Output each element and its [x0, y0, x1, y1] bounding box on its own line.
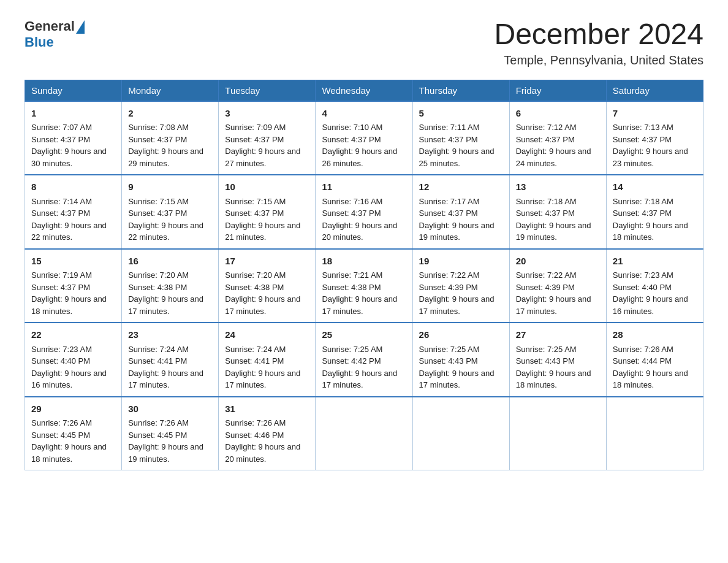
day-number: 30 [128, 402, 212, 416]
day-info: Sunrise: 7:20 AMSunset: 4:38 PMDaylight:… [225, 270, 300, 316]
day-cell-8: 8Sunrise: 7:14 AMSunset: 4:37 PMDaylight… [25, 175, 122, 249]
day-cell-25: 25Sunrise: 7:25 AMSunset: 4:42 PMDayligh… [316, 323, 412, 397]
day-number: 13 [516, 180, 600, 194]
day-cell-29: 29Sunrise: 7:26 AMSunset: 4:45 PMDayligh… [25, 397, 122, 470]
logo-blue-text: Blue [25, 34, 54, 50]
day-info: Sunrise: 7:21 AMSunset: 4:38 PMDaylight:… [322, 270, 397, 316]
day-number: 16 [128, 255, 212, 269]
day-info: Sunrise: 7:17 AMSunset: 4:37 PMDaylight:… [419, 197, 495, 242]
day-cell-28: 28Sunrise: 7:26 AMSunset: 4:44 PMDayligh… [606, 323, 703, 397]
day-info: Sunrise: 7:26 AMSunset: 4:45 PMDaylight:… [31, 418, 107, 464]
day-info: Sunrise: 7:10 AMSunset: 4:37 PMDaylight:… [322, 123, 397, 168]
day-cell-24: 24Sunrise: 7:24 AMSunset: 4:41 PMDayligh… [219, 323, 316, 397]
day-number: 15 [31, 255, 115, 269]
day-info: Sunrise: 7:25 AMSunset: 4:43 PMDaylight:… [516, 345, 591, 390]
day-number: 1 [31, 107, 115, 121]
page-header: General Blue December 2024 Temple, Penns… [25, 18, 703, 67]
day-info: Sunrise: 7:13 AMSunset: 4:37 PMDaylight:… [613, 123, 688, 168]
weekday-header-thursday: Thursday [412, 80, 509, 101]
day-cell-13: 13Sunrise: 7:18 AMSunset: 4:37 PMDayligh… [509, 175, 606, 249]
day-cell-20: 20Sunrise: 7:22 AMSunset: 4:39 PMDayligh… [509, 249, 606, 323]
day-info: Sunrise: 7:12 AMSunset: 4:37 PMDaylight:… [516, 123, 591, 168]
day-cell-2: 2Sunrise: 7:08 AMSunset: 4:37 PMDaylight… [122, 101, 219, 175]
day-info: Sunrise: 7:18 AMSunset: 4:37 PMDaylight:… [613, 197, 688, 242]
day-number: 29 [31, 402, 115, 416]
week-row-1: 1Sunrise: 7:07 AMSunset: 4:37 PMDaylight… [25, 101, 703, 175]
day-cell-23: 23Sunrise: 7:24 AMSunset: 4:41 PMDayligh… [122, 323, 219, 397]
week-row-2: 8Sunrise: 7:14 AMSunset: 4:37 PMDaylight… [25, 175, 703, 249]
weekday-header-tuesday: Tuesday [219, 80, 316, 101]
week-row-3: 15Sunrise: 7:19 AMSunset: 4:37 PMDayligh… [25, 249, 703, 323]
day-number: 10 [225, 180, 309, 194]
day-cell-18: 18Sunrise: 7:21 AMSunset: 4:38 PMDayligh… [316, 249, 412, 323]
day-cell-21: 21Sunrise: 7:23 AMSunset: 4:40 PMDayligh… [606, 249, 703, 323]
month-title: December 2024 [494, 18, 703, 51]
day-info: Sunrise: 7:23 AMSunset: 4:40 PMDaylight:… [613, 270, 688, 316]
logo: General Blue [25, 18, 85, 50]
day-info: Sunrise: 7:24 AMSunset: 4:41 PMDaylight:… [225, 345, 300, 390]
empty-cell [606, 397, 703, 470]
day-number: 23 [128, 328, 212, 342]
day-number: 17 [225, 255, 309, 269]
day-cell-19: 19Sunrise: 7:22 AMSunset: 4:39 PMDayligh… [412, 249, 509, 323]
day-cell-1: 1Sunrise: 7:07 AMSunset: 4:37 PMDaylight… [25, 101, 122, 175]
day-cell-22: 22Sunrise: 7:23 AMSunset: 4:40 PMDayligh… [25, 323, 122, 397]
calendar-table: SundayMondayTuesdayWednesdayThursdayFrid… [25, 80, 703, 471]
location-text: Temple, Pennsylvania, United States [494, 53, 703, 67]
day-cell-10: 10Sunrise: 7:15 AMSunset: 4:37 PMDayligh… [219, 175, 316, 249]
day-cell-6: 6Sunrise: 7:12 AMSunset: 4:37 PMDaylight… [509, 101, 606, 175]
day-number: 22 [31, 328, 115, 342]
day-number: 24 [225, 328, 309, 342]
day-number: 5 [419, 107, 503, 121]
day-info: Sunrise: 7:08 AMSunset: 4:37 PMDaylight:… [128, 123, 203, 168]
day-number: 4 [322, 107, 406, 121]
day-info: Sunrise: 7:22 AMSunset: 4:39 PMDaylight:… [419, 270, 495, 316]
day-number: 28 [613, 328, 697, 342]
weekday-header-sunday: Sunday [25, 80, 122, 101]
day-number: 26 [419, 328, 503, 342]
day-cell-12: 12Sunrise: 7:17 AMSunset: 4:37 PMDayligh… [412, 175, 509, 249]
day-cell-9: 9Sunrise: 7:15 AMSunset: 4:37 PMDaylight… [122, 175, 219, 249]
day-number: 8 [31, 180, 115, 194]
day-cell-26: 26Sunrise: 7:25 AMSunset: 4:43 PMDayligh… [412, 323, 509, 397]
week-row-4: 22Sunrise: 7:23 AMSunset: 4:40 PMDayligh… [25, 323, 703, 397]
day-info: Sunrise: 7:24 AMSunset: 4:41 PMDaylight:… [128, 345, 203, 390]
day-info: Sunrise: 7:09 AMSunset: 4:37 PMDaylight:… [225, 123, 300, 168]
day-cell-7: 7Sunrise: 7:13 AMSunset: 4:37 PMDaylight… [606, 101, 703, 175]
day-cell-27: 27Sunrise: 7:25 AMSunset: 4:43 PMDayligh… [509, 323, 606, 397]
empty-cell [316, 397, 412, 470]
day-info: Sunrise: 7:25 AMSunset: 4:43 PMDaylight:… [419, 345, 495, 390]
weekday-header-wednesday: Wednesday [316, 80, 412, 101]
day-info: Sunrise: 7:14 AMSunset: 4:37 PMDaylight:… [31, 197, 107, 242]
day-info: Sunrise: 7:22 AMSunset: 4:39 PMDaylight:… [516, 270, 591, 316]
day-info: Sunrise: 7:26 AMSunset: 4:45 PMDaylight:… [128, 418, 203, 464]
day-number: 6 [516, 107, 600, 121]
day-number: 7 [613, 107, 697, 121]
day-info: Sunrise: 7:26 AMSunset: 4:46 PMDaylight:… [225, 418, 300, 464]
weekday-header-monday: Monday [122, 80, 219, 101]
day-number: 27 [516, 328, 600, 342]
day-number: 31 [225, 402, 309, 416]
day-info: Sunrise: 7:18 AMSunset: 4:37 PMDaylight:… [516, 197, 591, 242]
day-cell-30: 30Sunrise: 7:26 AMSunset: 4:45 PMDayligh… [122, 397, 219, 470]
day-info: Sunrise: 7:26 AMSunset: 4:44 PMDaylight:… [613, 345, 688, 390]
day-cell-4: 4Sunrise: 7:10 AMSunset: 4:37 PMDaylight… [316, 101, 412, 175]
day-info: Sunrise: 7:20 AMSunset: 4:38 PMDaylight:… [128, 270, 203, 316]
day-number: 2 [128, 107, 212, 121]
day-info: Sunrise: 7:15 AMSunset: 4:37 PMDaylight:… [225, 197, 300, 242]
day-info: Sunrise: 7:11 AMSunset: 4:37 PMDaylight:… [419, 123, 495, 168]
empty-cell [412, 397, 509, 470]
day-cell-17: 17Sunrise: 7:20 AMSunset: 4:38 PMDayligh… [219, 249, 316, 323]
day-number: 11 [322, 180, 406, 194]
day-cell-31: 31Sunrise: 7:26 AMSunset: 4:46 PMDayligh… [219, 397, 316, 470]
day-number: 14 [613, 180, 697, 194]
week-row-5: 29Sunrise: 7:26 AMSunset: 4:45 PMDayligh… [25, 397, 703, 470]
day-cell-3: 3Sunrise: 7:09 AMSunset: 4:37 PMDaylight… [219, 101, 316, 175]
weekday-header-friday: Friday [509, 80, 606, 101]
day-cell-16: 16Sunrise: 7:20 AMSunset: 4:38 PMDayligh… [122, 249, 219, 323]
day-number: 3 [225, 107, 309, 121]
day-info: Sunrise: 7:15 AMSunset: 4:37 PMDaylight:… [128, 197, 203, 242]
day-cell-11: 11Sunrise: 7:16 AMSunset: 4:37 PMDayligh… [316, 175, 412, 249]
day-number: 12 [419, 180, 503, 194]
day-info: Sunrise: 7:23 AMSunset: 4:40 PMDaylight:… [31, 345, 107, 390]
